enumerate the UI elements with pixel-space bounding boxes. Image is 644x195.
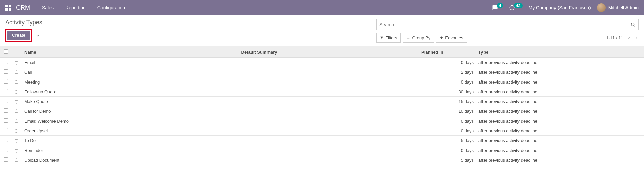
- cell-summary: [239, 87, 419, 97]
- create-button[interactable]: Create: [7, 31, 30, 40]
- apps-icon[interactable]: [5, 5, 11, 11]
- cell-summary: [239, 77, 419, 87]
- drag-handle-icon[interactable]: [15, 60, 18, 65]
- cell-type: after previous activity deadline: [476, 155, 644, 165]
- drag-handle-icon[interactable]: [15, 119, 18, 124]
- page-title: Activity Types: [5, 19, 376, 26]
- select-all-checkbox[interactable]: [4, 49, 8, 54]
- row-checkbox[interactable]: [4, 148, 8, 152]
- drag-handle-icon[interactable]: [15, 128, 18, 133]
- topbar-right: 4 42 My Company (San Francisco) Mitchell…: [492, 3, 639, 12]
- export-button[interactable]: [34, 31, 41, 39]
- table-row[interactable]: Follow-up Quote30 daysafter previous act…: [0, 87, 644, 97]
- cell-type: after previous activity deadline: [476, 87, 644, 97]
- cell-name: Email: Welcome Demo: [22, 116, 239, 126]
- row-checkbox[interactable]: [4, 99, 8, 103]
- drag-handle-icon[interactable]: [15, 99, 18, 104]
- activities-badge: 42: [514, 3, 522, 8]
- cell-summary: [239, 155, 419, 165]
- cell-summary: [239, 136, 419, 145]
- drag-handle-icon[interactable]: [15, 148, 18, 153]
- cell-summary: [239, 97, 419, 106]
- col-planned-in[interactable]: Planned in: [419, 46, 476, 58]
- drag-handle-icon[interactable]: [15, 79, 18, 85]
- cell-name: Email: [22, 58, 239, 67]
- drag-handle-icon[interactable]: [15, 138, 18, 143]
- user-menu[interactable]: Mitchell Admin: [597, 3, 639, 12]
- groupby-button[interactable]: Group By: [403, 33, 434, 43]
- menu-reporting[interactable]: Reporting: [65, 5, 86, 10]
- cell-planned: 0 days: [419, 145, 476, 155]
- col-name[interactable]: Name: [22, 46, 239, 58]
- cell-summary: [239, 67, 419, 77]
- drag-handle-icon[interactable]: [15, 158, 18, 163]
- cell-type: after previous activity deadline: [476, 126, 644, 136]
- cell-name: Meeting: [22, 77, 239, 87]
- col-default-summary[interactable]: Default Summary: [239, 46, 419, 58]
- cell-planned: 0 days: [419, 77, 476, 87]
- drag-handle-icon[interactable]: [15, 89, 18, 94]
- user-name: Mitchell Admin: [608, 5, 639, 10]
- row-checkbox[interactable]: [4, 89, 8, 93]
- row-checkbox[interactable]: [4, 118, 8, 123]
- table-row[interactable]: Reminder0 daysafter previous activity de…: [0, 145, 644, 155]
- col-type[interactable]: Type: [476, 46, 644, 58]
- cell-planned: 0 days: [419, 126, 476, 136]
- svg-point-1: [631, 23, 634, 26]
- cell-planned: 10 days: [419, 106, 476, 116]
- table-row[interactable]: To Do5 daysafter previous activity deadl…: [0, 136, 644, 145]
- cell-name: Call for Demo: [22, 106, 239, 116]
- cell-type: after previous activity deadline: [476, 67, 644, 77]
- favorites-button[interactable]: Favorites: [436, 33, 467, 43]
- create-highlight: Create: [5, 29, 32, 42]
- cell-summary: [239, 106, 419, 116]
- cell-name: Upload Document: [22, 155, 239, 165]
- row-checkbox[interactable]: [4, 157, 8, 162]
- app-brand[interactable]: CRM: [16, 4, 30, 11]
- pager-prev[interactable]: ‹: [627, 35, 631, 41]
- row-checkbox[interactable]: [4, 79, 8, 84]
- cell-planned: 0 days: [419, 116, 476, 126]
- row-checkbox[interactable]: [4, 108, 8, 113]
- company-selector[interactable]: My Company (San Francisco): [529, 5, 591, 10]
- row-checkbox[interactable]: [4, 128, 8, 132]
- cell-name: Follow-up Quote: [22, 87, 239, 97]
- table-row[interactable]: Call2 daysafter previous activity deadli…: [0, 67, 644, 77]
- search-box[interactable]: [376, 19, 639, 30]
- cell-type: after previous activity deadline: [476, 77, 644, 87]
- cell-type: after previous activity deadline: [476, 116, 644, 126]
- table-row[interactable]: Make Quote15 daysafter previous activity…: [0, 97, 644, 106]
- cell-name: Make Quote: [22, 97, 239, 106]
- table-row[interactable]: Meeting0 daysafter previous activity dea…: [0, 77, 644, 87]
- star-icon: [440, 36, 443, 40]
- table-row[interactable]: Upload Document5 daysafter previous acti…: [0, 155, 644, 165]
- cell-name: Call: [22, 67, 239, 77]
- search-input[interactable]: [379, 22, 631, 27]
- menu-sales[interactable]: Sales: [42, 5, 54, 10]
- drag-handle-icon[interactable]: [15, 70, 18, 75]
- table-row[interactable]: Order Upsell0 daysafter previous activit…: [0, 126, 644, 136]
- main-menu: Sales Reporting Configuration: [42, 5, 125, 10]
- table-row[interactable]: Email: Welcome Demo0 daysafter previous …: [0, 116, 644, 126]
- top-navbar: CRM Sales Reporting Configuration 4 42 M…: [0, 0, 644, 15]
- cell-planned: 5 days: [419, 136, 476, 145]
- cell-planned: 2 days: [419, 67, 476, 77]
- activities-button[interactable]: 42: [509, 5, 522, 11]
- pager-next[interactable]: ›: [634, 35, 639, 41]
- filters-button[interactable]: Filters: [376, 33, 401, 43]
- cell-name: To Do: [22, 136, 239, 145]
- drag-handle-icon[interactable]: [15, 109, 18, 114]
- cell-type: after previous activity deadline: [476, 58, 644, 67]
- cell-name: Reminder: [22, 145, 239, 155]
- cell-planned: 0 days: [419, 58, 476, 67]
- messages-button[interactable]: 4: [492, 5, 503, 11]
- row-checkbox[interactable]: [4, 60, 8, 64]
- row-checkbox[interactable]: [4, 69, 8, 74]
- menu-configuration[interactable]: Configuration: [97, 5, 125, 10]
- table-row[interactable]: Email0 daysafter previous activity deadl…: [0, 58, 644, 67]
- row-checkbox[interactable]: [4, 138, 8, 142]
- search-button[interactable]: [631, 22, 636, 27]
- table-row[interactable]: Call for Demo10 daysafter previous activ…: [0, 106, 644, 116]
- messages-badge: 4: [497, 3, 503, 8]
- svg-line-2: [634, 25, 635, 27]
